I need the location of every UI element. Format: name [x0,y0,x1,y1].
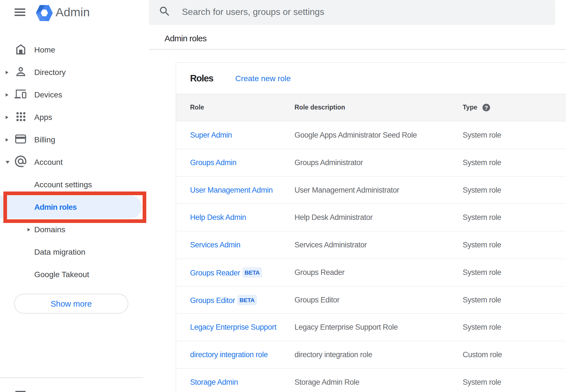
svg-text:?: ? [485,104,488,111]
